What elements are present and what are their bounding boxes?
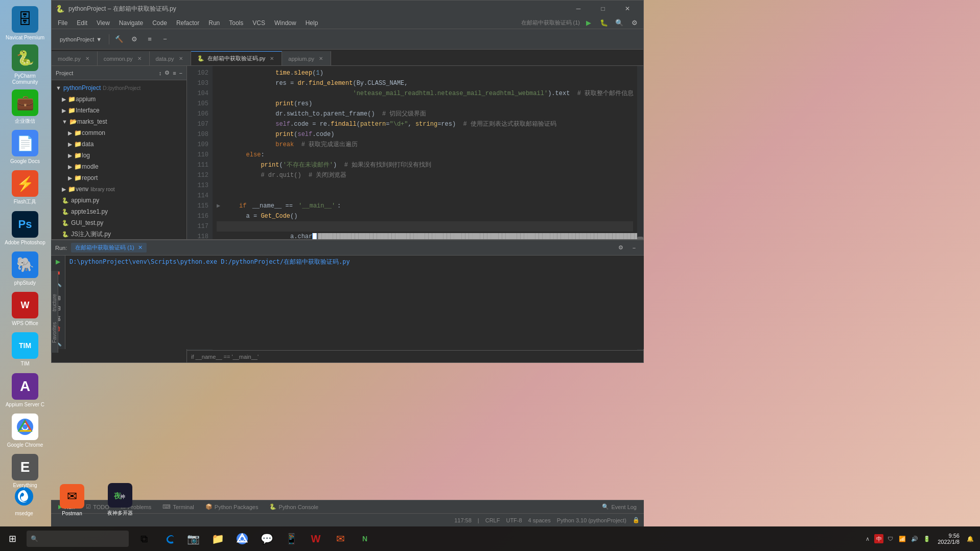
sidebar-app-chrome[interactable]: Google Chrome [3,411,48,450]
tree-venv[interactable]: ▶ 📁 venv library root [52,183,186,195]
close-button[interactable]: ✕ [616,1,639,17]
tray-notification[interactable]: 🔔 [965,533,976,544]
tree-js-inject[interactable]: 🐍 JS注入测试.py [52,228,186,240]
search-button[interactable]: 🔍 [613,16,626,30]
project-settings-icon[interactable]: ≡ [173,70,176,76]
project-dropdown[interactable]: pythonProject ▼ [56,33,106,46]
favorites-vertical-tab[interactable]: Favorites [51,312,58,353]
run-close-icon[interactable]: − [628,242,640,254]
tree-appte1se1[interactable]: 🐍 appte1se1.py [52,206,186,217]
menu-code[interactable]: Code [148,18,171,28]
menu-refactor[interactable]: Refactor [172,18,203,28]
menu-view[interactable]: View [92,18,114,28]
tree-marks-test[interactable]: ▼ 📂 marks_test [52,116,186,127]
sidebar-app-wps[interactable]: W WPS Office [3,290,48,329]
build-icon[interactable]: 🔨 [112,33,126,46]
menu-help[interactable]: Help [301,18,322,28]
sidebar-app-ps[interactable]: Ps Adobe Photoshop [3,209,48,247]
tree-gui-test[interactable]: 🐍 GUI_test.py [52,217,186,228]
tab-data-close[interactable]: ✕ [177,55,184,62]
toolbar-minus-icon[interactable]: − [158,33,172,46]
desktop-nox[interactable]: 夜 神 夜神多开器 [96,477,144,522]
tree-modle[interactable]: ▶ 📁 modle [52,161,186,172]
project-sort-icon[interactable]: ↕ [159,70,162,76]
run-settings-icon[interactable]: ⚙ [615,242,626,254]
tab-modle-close[interactable]: ✕ [84,55,91,62]
tray-battery[interactable]: 🔋 [921,533,932,544]
sidebar-app-googledocs[interactable]: 📄 Google Docs [3,128,48,167]
maximize-button[interactable]: □ [591,1,615,17]
menu-vcs[interactable]: VCS [248,18,269,28]
sidebar-app-navicat[interactable]: 🗄 Navicat Premium [3,4,48,42]
tree-root[interactable]: ▼ pythonProject D:/pythonProject [52,82,186,94]
menu-tools[interactable]: Tools [225,18,247,28]
tab-common-close[interactable]: ✕ [136,55,143,62]
sidebar-app-wecom[interactable]: 💼 企业微信 [3,87,48,126]
tab-appium-close[interactable]: ✕ [317,55,324,62]
menu-edit[interactable]: Edit [73,18,91,28]
run-button[interactable]: ▶ [582,16,595,30]
tab-data[interactable]: data.py ✕ [150,51,191,65]
tree-data[interactable]: ▶ 📁 data [52,139,186,150]
taskbar-wps[interactable]: W [305,527,327,550]
tray-up-arrow[interactable]: ∧ [862,533,873,544]
taskbar-greenshot[interactable]: 📷 [182,527,204,550]
tree-interface[interactable]: ▶ 📁 Interface [52,105,186,116]
tray-keyboard-layout[interactable]: 中 [874,534,883,543]
tray-volume[interactable]: 🔊 [909,533,920,544]
run-tab-close[interactable]: ✕ [138,244,143,250]
tray-wifi[interactable]: 📶 [897,533,908,544]
menu-file[interactable]: File [54,18,72,28]
toolbar-expand-icon[interactable]: ≡ [143,33,156,46]
project-minimize-icon[interactable]: − [179,70,182,76]
toolbar-settings-icon[interactable]: ⚙ [128,33,141,46]
run-tab-active[interactable]: 在邮箱中获取验证码 (1) ✕ [71,243,147,252]
taskbar-edge[interactable] [157,527,180,550]
bottom-tab-event-log[interactable]: 🔍 Event Log [597,501,642,513]
collapse-arrow-115[interactable]: ▶ [217,201,220,211]
menu-run[interactable]: Run [204,18,224,28]
sidebar-app-everything[interactable]: E Everything [3,452,48,491]
taskbar-postman[interactable]: ✉ [329,527,352,550]
minimize-button[interactable]: ─ [567,1,590,17]
run-play-btn[interactable]: ▶ [53,258,63,266]
status-line-ending[interactable]: CRLF [485,517,500,523]
tree-log[interactable]: ▶ 📁 log [52,150,186,161]
taskbar-wechat[interactable]: 💬 [255,527,278,550]
taskbar-file-explorer[interactable]: 📁 [206,527,229,550]
bottom-tab-terminal[interactable]: ⌨ Terminal [157,501,199,513]
tree-appium-py[interactable]: 🐍 appium.py [52,195,186,206]
taskbar-nox[interactable]: N [354,527,376,550]
tab-verify-close[interactable]: ✕ [268,55,275,62]
taskbar-chrome[interactable] [231,527,253,550]
desktop-postman[interactable]: ✉ Postman [48,477,96,522]
tree-report[interactable]: ▶ 📁 report [52,172,186,183]
start-button[interactable]: ⊞ [0,526,25,551]
tray-antivirus[interactable]: 🛡 [884,533,896,544]
bottom-tab-python-packages[interactable]: 📦 Python Packages [200,501,264,513]
bottom-tab-python-console[interactable]: 🐍 Python Console [264,501,323,513]
status-encoding[interactable]: UTF-8 [506,517,522,523]
sidebar-app-phpstudy[interactable]: 🐘 phpStudy [3,249,48,288]
taskbar-phone-link[interactable]: 📱 [280,527,302,550]
tree-appium[interactable]: ▶ 📁 appium [52,94,186,105]
sidebar-app-flash[interactable]: ⚡ Flash工具 [3,169,48,207]
project-gear-icon[interactable]: ⚙ [165,70,170,76]
tab-verify-active[interactable]: 🐍 在邮箱中获取验证码.py ✕ [191,51,283,65]
menu-navigate[interactable]: Navigate [115,18,147,28]
sidebar-app-pycharm[interactable]: 🐍 PyCharm Community [3,44,48,85]
menu-window[interactable]: Window [270,18,300,28]
run-output[interactable]: D:\pythonProject\venv\Scripts\python.exe… [65,256,644,349]
status-indent[interactable]: 4 spaces [528,517,551,523]
tree-common[interactable]: ▶ 📁 common [52,127,186,139]
tab-appium[interactable]: appium.py ✕ [282,51,331,65]
tab-modle[interactable]: modle.py ✕ [52,51,98,65]
debug-button[interactable]: 🐛 [597,16,611,30]
taskbar-task-view[interactable]: ⧉ [133,527,155,550]
taskbar-search[interactable]: 🔍 [27,531,129,547]
sidebar-app-tim[interactable]: TIM TIM [3,331,48,369]
tab-common[interactable]: common.py ✕ [98,51,150,65]
settings-button[interactable]: ⚙ [628,16,641,30]
sidebar-app-appium[interactable]: A Appium Server C [3,371,48,409]
status-python-version[interactable]: Python 3.10 (pythonProject) [557,517,626,523]
